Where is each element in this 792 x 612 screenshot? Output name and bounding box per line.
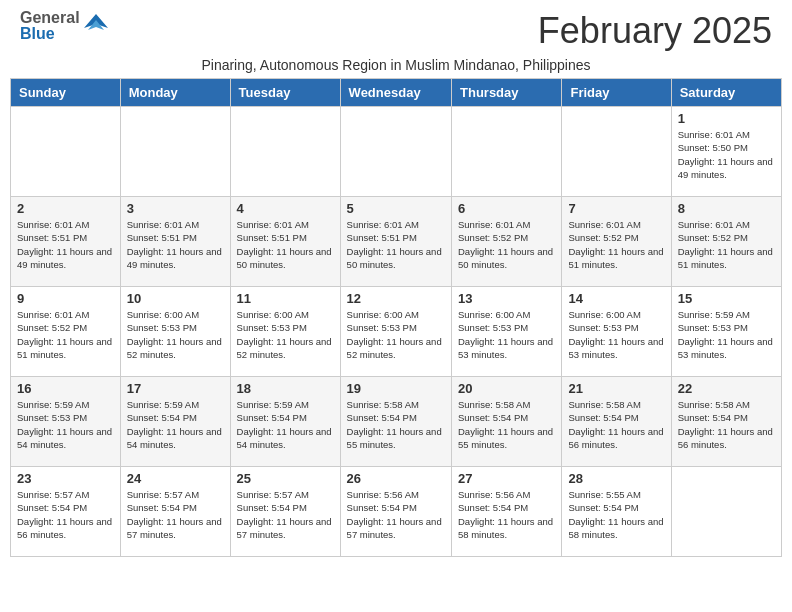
day-info: Sunrise: 5:58 AM Sunset: 5:54 PM Dayligh… (458, 398, 555, 451)
day-info: Sunrise: 6:00 AM Sunset: 5:53 PM Dayligh… (237, 308, 334, 361)
day-number: 15 (678, 291, 775, 306)
day-number: 11 (237, 291, 334, 306)
day-info: Sunrise: 5:58 AM Sunset: 5:54 PM Dayligh… (678, 398, 775, 451)
calendar-cell: 13Sunrise: 6:00 AM Sunset: 5:53 PM Dayli… (452, 287, 562, 377)
day-info: Sunrise: 5:57 AM Sunset: 5:54 PM Dayligh… (127, 488, 224, 541)
day-number: 28 (568, 471, 664, 486)
day-number: 2 (17, 201, 114, 216)
calendar-cell: 17Sunrise: 5:59 AM Sunset: 5:54 PM Dayli… (120, 377, 230, 467)
calendar-cell: 6Sunrise: 6:01 AM Sunset: 5:52 PM Daylig… (452, 197, 562, 287)
day-number: 26 (347, 471, 445, 486)
day-number: 16 (17, 381, 114, 396)
day-header-saturday: Saturday (671, 79, 781, 107)
calendar-cell: 27Sunrise: 5:56 AM Sunset: 5:54 PM Dayli… (452, 467, 562, 557)
week-row-1: 1Sunrise: 6:01 AM Sunset: 5:50 PM Daylig… (11, 107, 782, 197)
calendar-cell (120, 107, 230, 197)
calendar-cell: 23Sunrise: 5:57 AM Sunset: 5:54 PM Dayli… (11, 467, 121, 557)
day-number: 23 (17, 471, 114, 486)
calendar-cell: 1Sunrise: 6:01 AM Sunset: 5:50 PM Daylig… (671, 107, 781, 197)
day-info: Sunrise: 6:01 AM Sunset: 5:52 PM Dayligh… (458, 218, 555, 271)
day-number: 12 (347, 291, 445, 306)
day-info: Sunrise: 5:56 AM Sunset: 5:54 PM Dayligh… (458, 488, 555, 541)
calendar-cell: 7Sunrise: 6:01 AM Sunset: 5:52 PM Daylig… (562, 197, 671, 287)
day-info: Sunrise: 5:58 AM Sunset: 5:54 PM Dayligh… (347, 398, 445, 451)
day-number: 7 (568, 201, 664, 216)
calendar-cell: 15Sunrise: 5:59 AM Sunset: 5:53 PM Dayli… (671, 287, 781, 377)
day-number: 8 (678, 201, 775, 216)
day-header-wednesday: Wednesday (340, 79, 451, 107)
calendar-cell: 26Sunrise: 5:56 AM Sunset: 5:54 PM Dayli… (340, 467, 451, 557)
day-info: Sunrise: 5:59 AM Sunset: 5:53 PM Dayligh… (17, 398, 114, 451)
calendar-cell (11, 107, 121, 197)
day-headers-row: SundayMondayTuesdayWednesdayThursdayFrid… (11, 79, 782, 107)
day-info: Sunrise: 6:00 AM Sunset: 5:53 PM Dayligh… (568, 308, 664, 361)
calendar-table: SundayMondayTuesdayWednesdayThursdayFrid… (10, 78, 782, 557)
calendar-cell (452, 107, 562, 197)
day-info: Sunrise: 6:01 AM Sunset: 5:52 PM Dayligh… (568, 218, 664, 271)
title-section: February 2025 (110, 10, 772, 52)
logo-bird-icon (82, 10, 110, 42)
day-number: 17 (127, 381, 224, 396)
day-info: Sunrise: 5:59 AM Sunset: 5:54 PM Dayligh… (127, 398, 224, 451)
day-number: 18 (237, 381, 334, 396)
day-info: Sunrise: 5:58 AM Sunset: 5:54 PM Dayligh… (568, 398, 664, 451)
day-info: Sunrise: 5:56 AM Sunset: 5:54 PM Dayligh… (347, 488, 445, 541)
week-row-4: 16Sunrise: 5:59 AM Sunset: 5:53 PM Dayli… (11, 377, 782, 467)
calendar-cell (340, 107, 451, 197)
calendar-cell: 8Sunrise: 6:01 AM Sunset: 5:52 PM Daylig… (671, 197, 781, 287)
day-info: Sunrise: 6:01 AM Sunset: 5:51 PM Dayligh… (347, 218, 445, 271)
day-number: 6 (458, 201, 555, 216)
day-number: 14 (568, 291, 664, 306)
calendar-cell: 10Sunrise: 6:00 AM Sunset: 5:53 PM Dayli… (120, 287, 230, 377)
day-info: Sunrise: 6:01 AM Sunset: 5:51 PM Dayligh… (17, 218, 114, 271)
day-number: 22 (678, 381, 775, 396)
calendar-cell (230, 107, 340, 197)
day-info: Sunrise: 6:00 AM Sunset: 5:53 PM Dayligh… (347, 308, 445, 361)
day-info: Sunrise: 6:01 AM Sunset: 5:52 PM Dayligh… (678, 218, 775, 271)
day-header-monday: Monday (120, 79, 230, 107)
calendar-cell: 4Sunrise: 6:01 AM Sunset: 5:51 PM Daylig… (230, 197, 340, 287)
location-text: Pinaring, Autonomous Region in Muslim Mi… (0, 57, 792, 78)
calendar-cell: 22Sunrise: 5:58 AM Sunset: 5:54 PM Dayli… (671, 377, 781, 467)
day-number: 9 (17, 291, 114, 306)
day-number: 4 (237, 201, 334, 216)
day-header-tuesday: Tuesday (230, 79, 340, 107)
day-info: Sunrise: 5:59 AM Sunset: 5:54 PM Dayligh… (237, 398, 334, 451)
day-number: 13 (458, 291, 555, 306)
week-row-3: 9Sunrise: 6:01 AM Sunset: 5:52 PM Daylig… (11, 287, 782, 377)
day-number: 3 (127, 201, 224, 216)
day-number: 10 (127, 291, 224, 306)
month-year-title: February 2025 (110, 10, 772, 52)
day-info: Sunrise: 6:01 AM Sunset: 5:52 PM Dayligh… (17, 308, 114, 361)
day-info: Sunrise: 6:01 AM Sunset: 5:50 PM Dayligh… (678, 128, 775, 181)
calendar-cell: 19Sunrise: 5:58 AM Sunset: 5:54 PM Dayli… (340, 377, 451, 467)
day-info: Sunrise: 6:00 AM Sunset: 5:53 PM Dayligh… (458, 308, 555, 361)
calendar-cell: 20Sunrise: 5:58 AM Sunset: 5:54 PM Dayli… (452, 377, 562, 467)
day-number: 21 (568, 381, 664, 396)
calendar-cell: 25Sunrise: 5:57 AM Sunset: 5:54 PM Dayli… (230, 467, 340, 557)
week-row-2: 2Sunrise: 6:01 AM Sunset: 5:51 PM Daylig… (11, 197, 782, 287)
day-number: 24 (127, 471, 224, 486)
calendar-cell: 28Sunrise: 5:55 AM Sunset: 5:54 PM Dayli… (562, 467, 671, 557)
logo-name: General Blue (20, 10, 80, 42)
calendar-cell (671, 467, 781, 557)
day-header-sunday: Sunday (11, 79, 121, 107)
calendar-cell: 24Sunrise: 5:57 AM Sunset: 5:54 PM Dayli… (120, 467, 230, 557)
day-header-friday: Friday (562, 79, 671, 107)
day-info: Sunrise: 5:55 AM Sunset: 5:54 PM Dayligh… (568, 488, 664, 541)
day-info: Sunrise: 6:01 AM Sunset: 5:51 PM Dayligh… (237, 218, 334, 271)
calendar-cell: 11Sunrise: 6:00 AM Sunset: 5:53 PM Dayli… (230, 287, 340, 377)
day-number: 19 (347, 381, 445, 396)
calendar-cell: 18Sunrise: 5:59 AM Sunset: 5:54 PM Dayli… (230, 377, 340, 467)
week-row-5: 23Sunrise: 5:57 AM Sunset: 5:54 PM Dayli… (11, 467, 782, 557)
day-number: 27 (458, 471, 555, 486)
day-info: Sunrise: 5:59 AM Sunset: 5:53 PM Dayligh… (678, 308, 775, 361)
day-number: 20 (458, 381, 555, 396)
logo-blue-text: Blue (20, 26, 80, 42)
day-number: 25 (237, 471, 334, 486)
header: General Blue February 2025 (0, 0, 792, 57)
logo-general-text: General (20, 10, 80, 26)
day-info: Sunrise: 5:57 AM Sunset: 5:54 PM Dayligh… (237, 488, 334, 541)
day-number: 5 (347, 201, 445, 216)
calendar-cell: 21Sunrise: 5:58 AM Sunset: 5:54 PM Dayli… (562, 377, 671, 467)
